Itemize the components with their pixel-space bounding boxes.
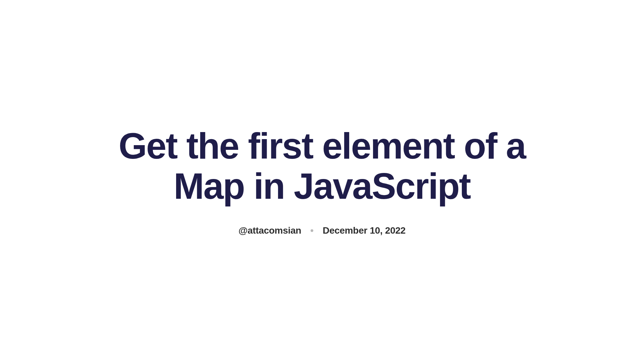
dot-separator-icon [311,229,313,232]
article-header: Get the first element of a Map in JavaSc… [104,126,540,236]
article-meta: @attacomsian December 10, 2022 [117,225,527,236]
publish-date: December 10, 2022 [323,225,406,236]
author-handle[interactable]: @attacomsian [238,225,301,236]
article-title: Get the first element of a Map in JavaSc… [117,126,527,206]
